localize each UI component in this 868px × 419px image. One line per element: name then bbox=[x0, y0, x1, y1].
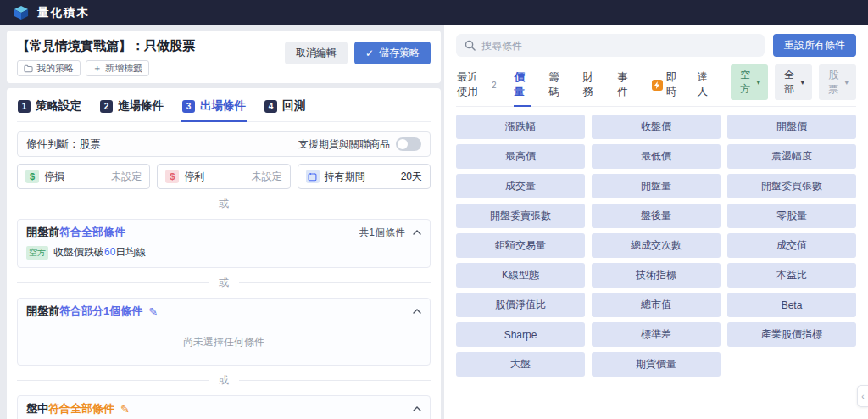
condition-row[interactable]: 空方收盤價跌破60日均線 bbox=[18, 244, 430, 267]
condition-item[interactable]: 鉅額交易量 bbox=[456, 233, 585, 258]
condition-item[interactable]: K線型態 bbox=[456, 263, 585, 288]
condition-item[interactable]: 盤後量 bbox=[592, 204, 721, 228]
condition-item[interactable]: 零股量 bbox=[727, 204, 856, 228]
app-title: 量化積木 bbox=[37, 5, 90, 20]
picker-tab-事件[interactable]: 事件 bbox=[616, 67, 635, 106]
futures-support-toggle[interactable] bbox=[396, 137, 421, 151]
collapse-panel-button[interactable]: ‹ bbox=[857, 385, 868, 407]
dollar-icon: $ bbox=[165, 170, 179, 183]
field-value: 20天 bbox=[401, 170, 422, 184]
condition-item[interactable]: 成交量 bbox=[456, 174, 585, 198]
collapse-section-button[interactable] bbox=[413, 309, 421, 314]
field-label: 停損 bbox=[44, 170, 106, 184]
condition-item[interactable]: 總市值 bbox=[592, 293, 721, 317]
condition-section: 盤中符合全部條件✎尚未選擇任何即時條件 bbox=[17, 395, 431, 419]
picker-tab-最近使用[interactable]: 最近使用2 bbox=[456, 67, 498, 106]
condition-item[interactable]: 總成交次數 bbox=[592, 233, 721, 258]
condition-item[interactable]: 最高價 bbox=[456, 144, 585, 169]
edit-icon[interactable]: ✎ bbox=[120, 404, 130, 415]
condition-item[interactable]: 漲跌幅 bbox=[456, 115, 585, 139]
dollar-icon: $ bbox=[25, 170, 39, 183]
condition-section-header: 開盤前符合全部條件共1個條件 bbox=[18, 220, 430, 244]
field-label: 持有期間 bbox=[325, 170, 396, 184]
condition-type-label: 條件判斷：股票 bbox=[26, 137, 101, 152]
step-tab-4[interactable]: 4回測 bbox=[264, 97, 306, 121]
picker-tab-label: 事件 bbox=[617, 70, 634, 99]
search-box bbox=[456, 34, 765, 57]
picker-tab-label: 即時 bbox=[666, 70, 680, 99]
step-number: 2 bbox=[100, 100, 113, 113]
filter-dropdown-股票[interactable]: 股票▾ bbox=[819, 64, 856, 100]
reset-all-conditions-button[interactable]: 重設所有條件 bbox=[773, 34, 856, 57]
filter-dropdown-空方[interactable]: 空方▾ bbox=[731, 64, 768, 100]
condition-item[interactable]: 技術指標 bbox=[592, 263, 721, 288]
picker-tab-價量[interactable]: 價量 bbox=[514, 67, 532, 106]
section-match-link[interactable]: 符合全部條件 bbox=[48, 401, 114, 416]
step-tabs: 1策略設定2進場條件3出場條件4回測 bbox=[17, 97, 431, 122]
condition-item[interactable]: 震盪幅度 bbox=[727, 144, 856, 169]
edit-icon[interactable]: ✎ bbox=[148, 306, 158, 317]
step-tab-1[interactable]: 1策略設定 bbox=[17, 97, 82, 121]
step-tab-3[interactable]: 3出場條件 bbox=[181, 97, 247, 121]
section-timing-label: 盤中 bbox=[26, 401, 48, 416]
chevron-up-icon bbox=[413, 309, 421, 314]
field-value: 未設定 bbox=[111, 170, 142, 184]
section-timing-label: 開盤前 bbox=[26, 304, 59, 319]
section-timing-label: 開盤前 bbox=[26, 225, 59, 240]
condition-item[interactable]: Beta bbox=[727, 293, 856, 317]
divider-line bbox=[17, 282, 209, 283]
strategy-tag-chip[interactable]: ＋新增標籤 bbox=[86, 60, 149, 76]
calendar-icon bbox=[306, 170, 320, 183]
condition-item[interactable]: 本益比 bbox=[727, 263, 856, 288]
picker-tabs-row: 最近使用2價量籌碼財務事件即時達人 空方▾全部▾股票▾ bbox=[456, 64, 856, 107]
picker-tab-財務[interactable]: 財務 bbox=[582, 67, 601, 106]
condition-count: 共1個條件 bbox=[359, 226, 405, 240]
condition-item[interactable]: 開盤價 bbox=[727, 115, 856, 139]
section-match-link[interactable]: 符合全部條件 bbox=[59, 225, 125, 240]
condition-item[interactable]: 大盤 bbox=[456, 352, 585, 377]
condition-item[interactable]: 成交值 bbox=[727, 233, 856, 258]
field-value: 未設定 bbox=[252, 170, 282, 184]
strategy-header-card: 【常見情境實戰篇】：只做股票 我的策略＋新增標籤 取消編輯 ✓儲存策略 bbox=[7, 31, 441, 83]
picker-tab-籌碼[interactable]: 籌碼 bbox=[548, 67, 566, 106]
section-match-link[interactable]: 符合部分1個條件 bbox=[59, 304, 142, 319]
condition-item[interactable]: 股價淨值比 bbox=[456, 293, 585, 317]
strategy-tag-chip[interactable]: 我的策略 bbox=[17, 60, 81, 76]
or-label: 或 bbox=[219, 197, 229, 211]
filter-label: 全部 bbox=[782, 68, 796, 97]
condition-item[interactable]: 產業股價指標 bbox=[727, 322, 856, 347]
filter-dropdown-全部[interactable]: 全部▾ bbox=[775, 64, 812, 100]
exit-field[interactable]: 持有期間20天 bbox=[298, 164, 431, 189]
cancel-edit-button[interactable]: 取消編輯 bbox=[285, 42, 348, 64]
exit-field[interactable]: $停損未設定 bbox=[17, 164, 150, 189]
tag-label: 新增標籤 bbox=[105, 62, 142, 75]
filter-label: 股票 bbox=[826, 68, 840, 97]
step-number: 3 bbox=[182, 100, 195, 113]
or-label: 或 bbox=[219, 373, 229, 388]
condition-item[interactable]: 標準差 bbox=[592, 322, 721, 347]
picker-tab-即時[interactable]: 即時 bbox=[651, 67, 681, 106]
exit-field[interactable]: $停利未設定 bbox=[157, 164, 290, 189]
condition-item[interactable]: 最低價 bbox=[592, 144, 721, 169]
strategy-editor-panel: 【常見情境實戰篇】：只做股票 我的策略＋新增標籤 取消編輯 ✓儲存策略 1策略設… bbox=[7, 31, 441, 419]
condition-item[interactable]: 開盤委賣張數 bbox=[456, 204, 585, 228]
picker-tabs: 最近使用2價量籌碼財務事件即時達人 bbox=[456, 67, 731, 106]
condition-section-header: 盤中符合全部條件✎ bbox=[18, 396, 430, 419]
condition-item[interactable]: 收盤價 bbox=[592, 115, 721, 139]
condition-item[interactable]: 開盤委買張數 bbox=[727, 174, 856, 198]
toggle-knob bbox=[398, 139, 408, 149]
divider-line bbox=[239, 282, 431, 283]
condition-item[interactable]: 期貨價量 bbox=[592, 352, 721, 377]
step-tab-2[interactable]: 2進場條件 bbox=[99, 97, 164, 121]
picker-tab-達人[interactable]: 達人 bbox=[696, 67, 715, 106]
strategy-title: 【常見情境實戰篇】：只做股票 bbox=[17, 38, 195, 54]
collapse-section-button[interactable] bbox=[413, 406, 421, 411]
save-strategy-button[interactable]: ✓儲存策略 bbox=[354, 42, 431, 64]
condition-item[interactable]: Sharpe bbox=[456, 322, 585, 347]
collapse-section-button[interactable] bbox=[413, 230, 421, 235]
empty-conditions-text: 尚未選擇任何條件 bbox=[18, 323, 430, 365]
or-divider: 或 bbox=[17, 197, 431, 211]
search-conditions-input[interactable] bbox=[481, 40, 756, 52]
condition-item[interactable]: 開盤量 bbox=[592, 174, 721, 198]
exit-fields-row: $停損未設定$停利未設定持有期間20天 bbox=[17, 164, 431, 189]
